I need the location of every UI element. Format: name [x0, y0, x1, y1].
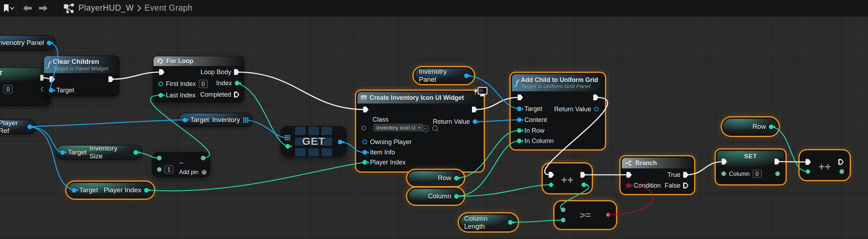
exec-in-pin[interactable]	[159, 69, 164, 75]
loop-body-pin[interactable]: Loop Body	[200, 68, 239, 76]
pin-label: Condition	[634, 182, 661, 189]
element-output-pin[interactable]	[338, 140, 342, 144]
condition-input-pin[interactable]: Condition	[626, 182, 661, 189]
subtract-node[interactable]: 1 − Add pin ⊕	[153, 152, 210, 177]
index-input-pin[interactable]	[285, 144, 290, 149]
breadcrumb-parent[interactable]: PlayerHUD_W	[78, 3, 134, 13]
variable-get-inventory-panel[interactable]: Invenotry Panel	[415, 68, 473, 83]
variable-get-inventory[interactable]: Target Inventory	[179, 113, 252, 126]
node-subtitle: Target is Uniform Grid Panel	[521, 83, 598, 89]
class-pin-label: Class	[372, 116, 389, 123]
index-output-pin[interactable]: Index	[216, 80, 239, 87]
variable-get-inventory-panel-partial[interactable]: Invenotry Panel	[0, 36, 55, 50]
first-index-value[interactable]: 0	[199, 80, 208, 88]
output-pin[interactable]	[464, 73, 469, 78]
column-input-pin[interactable]: Column 0	[721, 170, 762, 178]
clear-children-node[interactable]: ƒ Clear Children Target is Panel Widget …	[44, 56, 119, 96]
pin-label: Player Index	[370, 159, 406, 166]
return-value-pin[interactable]: Return Value	[433, 118, 477, 126]
toolbar: PlayerHUD_W Event Graph	[0, 0, 868, 16]
bookmark-button[interactable]	[3, 0, 15, 16]
add-pin-label: Add pin	[179, 169, 198, 175]
variable-get-player-ref[interactable]: Player Ref	[0, 120, 36, 133]
branch-node[interactable]: Branch Condition True False	[622, 158, 693, 193]
item-info-pin[interactable]: Item Info	[362, 149, 395, 156]
greater-equal-node[interactable]: >=	[556, 203, 615, 228]
widget-icon	[361, 95, 367, 100]
array-get-node[interactable]: GET	[281, 127, 346, 156]
exec-out-pin[interactable]	[593, 95, 599, 101]
output-pin[interactable]	[47, 41, 51, 45]
exec-in-pin[interactable]	[518, 95, 523, 101]
array-input-pin[interactable]	[285, 135, 290, 141]
completed-pin[interactable]: Completed	[200, 91, 239, 98]
first-index-pin[interactable]: First Index 0	[158, 80, 208, 88]
variable-label: Column Length	[464, 215, 505, 230]
value-input[interactable]: 0	[4, 85, 12, 93]
variable-get-column[interactable]: Column	[408, 189, 463, 203]
node-header: Branch	[622, 158, 693, 168]
in-column-input-pin[interactable]: In Column	[517, 137, 554, 145]
return-value-pin[interactable]: Return Value	[554, 106, 599, 113]
variable-get-column-length[interactable]: Column Length	[460, 215, 517, 230]
add-pin-button[interactable]: Add pin ⊕	[179, 168, 207, 176]
increment-row-node[interactable]: ++	[801, 152, 848, 179]
for-loop-node[interactable]: For Loop First Index 0 Last Index Loop B…	[153, 56, 244, 102]
back-button[interactable]	[20, 0, 35, 16]
class-input-pin[interactable]	[361, 126, 366, 131]
target-input-pin[interactable]	[60, 150, 65, 155]
exec-out-pin[interactable]	[775, 159, 780, 165]
increment-column-node[interactable]: ++	[544, 165, 590, 192]
player-index-pin[interactable]: Player Index	[362, 159, 406, 166]
add-child-to-uniform-grid-node[interactable]: ƒ Add Child to Uniform Grid Target is Un…	[512, 74, 604, 148]
output-pin[interactable]	[133, 150, 138, 155]
exec-out-pin[interactable]	[108, 76, 114, 82]
pin-label: Target	[68, 148, 87, 156]
output-pin[interactable]	[144, 188, 149, 193]
in-row-input-pin[interactable]: In Row	[517, 127, 544, 134]
class-reset-icon[interactable]	[422, 125, 430, 134]
variable-get-inventory-size[interactable]: Target Inventory Size	[56, 146, 142, 159]
array-output-pin[interactable]	[243, 117, 248, 123]
toolbar-divider	[17, 3, 17, 14]
output-pin[interactable]	[454, 176, 459, 180]
set-node-partial[interactable]: SET 0	[0, 68, 50, 105]
column-value[interactable]: 0	[753, 170, 762, 178]
last-index-pin[interactable]: Last Index	[158, 92, 196, 99]
graph-icon	[61, 0, 76, 16]
owning-player-pin[interactable]: Owning Player	[362, 138, 412, 146]
set-title: SET	[717, 153, 784, 160]
output-pin[interactable]	[454, 194, 459, 199]
class-browse-icon[interactable]	[432, 125, 440, 134]
pin-label: First Index	[166, 80, 196, 88]
false-exec-pin[interactable]: False	[665, 182, 689, 189]
set-column-node[interactable]: SET Column 0	[717, 151, 784, 183]
forward-button[interactable]	[35, 0, 51, 16]
pin-label: Target	[56, 87, 74, 94]
variable-get-player-index[interactable]: Target Player Index	[68, 183, 153, 197]
content-input-pin[interactable]: Content	[517, 116, 547, 124]
value-output-pin[interactable]	[775, 172, 780, 176]
true-exec-pin[interactable]: True	[668, 171, 689, 179]
target-input-pin[interactable]: Target	[49, 87, 74, 94]
exec-in-pin[interactable]	[363, 107, 369, 113]
target-input-pin[interactable]: Target	[517, 105, 542, 113]
target-input-pin[interactable]	[72, 188, 76, 193]
output-pin[interactable]	[508, 220, 513, 225]
create-widget-node[interactable]: Create Inventory Icon UI Widget Class In…	[357, 92, 482, 170]
class-dropdown[interactable]: Inventory Icon U ▾	[373, 123, 423, 132]
variable-get-row[interactable]: Row	[408, 171, 463, 185]
exec-out-pin[interactable]	[472, 107, 477, 113]
exec-in-pin[interactable]	[626, 172, 632, 178]
variable-get-row-right[interactable]: Row	[723, 119, 777, 134]
function-icon: ƒ	[515, 79, 518, 87]
output-pin[interactable]	[27, 124, 32, 129]
breadcrumb-current[interactable]: Event Graph	[144, 3, 193, 13]
node-header: Create Inventory Icon UI Widget	[357, 92, 482, 103]
target-input-pin[interactable]	[183, 118, 187, 122]
output-pin[interactable]	[769, 124, 773, 129]
branch-icon	[625, 160, 633, 166]
loop-icon	[157, 58, 163, 65]
exec-in-pin[interactable]	[722, 159, 727, 165]
exec-in-pin[interactable]	[50, 76, 55, 82]
